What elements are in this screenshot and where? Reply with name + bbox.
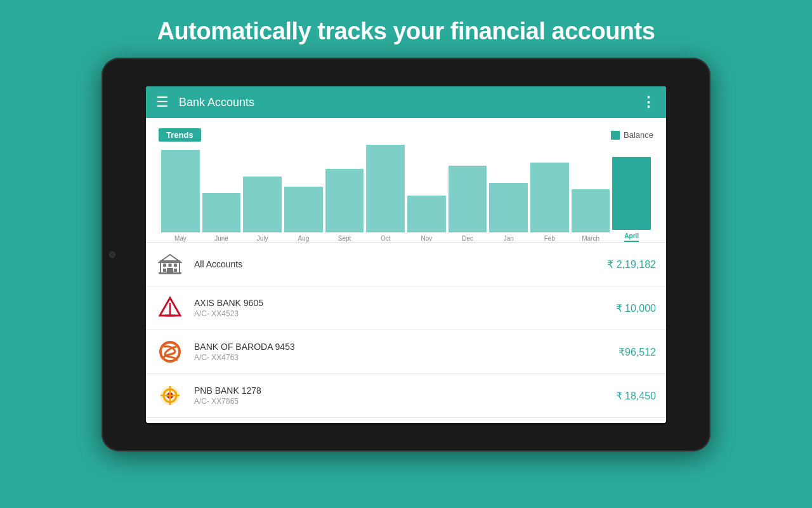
chart-bar-jan (489, 183, 528, 232)
account-balance-axis: ₹ 10,000 (616, 302, 656, 314)
chart-bar-group-nov[interactable]: Nov (407, 196, 446, 242)
account-icon-all (156, 250, 184, 278)
chart-bar-group-june[interactable]: June (202, 193, 241, 242)
chart-bar-dec (449, 166, 487, 232)
tablet-camera (109, 251, 115, 258)
balance-legend: Balance (611, 130, 653, 140)
chart-bar-feb (530, 163, 569, 232)
account-balance-all: ₹ 2,19,182 (607, 258, 656, 271)
account-balance-bob: ₹96,512 (619, 346, 656, 358)
chart-bar-july (243, 177, 282, 232)
chart-label-feb: Feb (544, 235, 555, 242)
account-row-bob[interactable]: BANK OF BARODA 9453A/C- XX4763₹96,512 (146, 330, 666, 374)
chart-bar-june (202, 193, 241, 232)
trends-section: Trends Balance MayJuneJulyAugSeptOctNovD… (146, 118, 666, 243)
chart-label-nov: Nov (421, 235, 432, 242)
chart-bar-may (161, 150, 200, 232)
chart-label-june: June (214, 235, 228, 242)
account-balance-pnb: ₹ 18,450 (616, 390, 656, 402)
building-icon (158, 252, 182, 276)
account-info-pnb: PNB BANK 1278A/C- XX7865 (194, 385, 616, 406)
pnb-icon (159, 384, 181, 407)
account-info-axis: AXIS BANK 9605A/C- XX4523 (194, 298, 616, 318)
page-headline: Automatically tracks your financial acco… (157, 18, 655, 45)
trends-badge: Trends (159, 128, 201, 142)
account-icon-pnb (156, 382, 184, 410)
accounts-list: All Accounts₹ 2,19,182 AXIS BANK 9605A/C… (146, 243, 666, 423)
chart-bar-group-oct[interactable]: Oct (366, 145, 405, 242)
account-number-bob: A/C- XX4763 (194, 353, 619, 362)
account-row-all[interactable]: All Accounts₹ 2,19,182 (146, 243, 666, 286)
account-number-axis: A/C- XX4523 (194, 309, 616, 318)
chart-bar-group-may[interactable]: May (161, 150, 200, 242)
svg-rect-5 (163, 269, 166, 272)
account-icon-bob (156, 338, 184, 366)
chart-bar-april (612, 157, 651, 230)
chart-bar-group-jan[interactable]: Jan (489, 183, 528, 242)
app-bar: ☰ Bank Accounts ⋮ (146, 86, 666, 118)
svg-rect-2 (163, 264, 166, 267)
chart-label-aug: Aug (298, 235, 309, 242)
chart-label-jan: Jan (504, 235, 514, 242)
chart-bar-oct (366, 145, 405, 232)
trends-header: Trends Balance (159, 128, 653, 142)
account-info-bob: BANK OF BARODA 9453A/C- XX4763 (194, 342, 619, 362)
svg-rect-8 (159, 272, 181, 274)
chart-container: MayJuneJulyAugSeptOctNovDecJanFebMarchAp… (159, 147, 653, 242)
legend-color-box (611, 131, 620, 140)
chart-label-dec: Dec (462, 235, 473, 242)
tablet-frame: ☰ Bank Accounts ⋮ Trends Balance MayJune… (102, 58, 710, 451)
chart-bar-group-sept[interactable]: Sept (325, 169, 364, 242)
more-menu-icon[interactable]: ⋮ (641, 94, 656, 110)
chart-bar-group-aug[interactable]: Aug (284, 187, 323, 242)
chart-label-may: May (174, 235, 187, 242)
chart-bar-group-dec[interactable]: Dec (449, 166, 487, 242)
chart-bar-nov (407, 196, 446, 232)
chart-bar-sept (325, 169, 364, 232)
axis-bank-icon (159, 297, 181, 319)
chart-bar-group-feb[interactable]: Feb (530, 163, 569, 242)
chart-bar-march (572, 189, 610, 232)
app-bar-title: Bank Accounts (179, 96, 641, 109)
chart-label-april: April (624, 232, 639, 242)
hamburger-icon[interactable]: ☰ (156, 95, 169, 109)
chart-bar-group-april[interactable]: April (612, 157, 651, 242)
tablet-screen: ☰ Bank Accounts ⋮ Trends Balance MayJune… (146, 86, 666, 423)
chart-label-sept: Sept (338, 235, 351, 242)
account-info-all: All Accounts (194, 259, 607, 269)
account-name-pnb: PNB BANK 1278 (194, 385, 616, 396)
legend-label: Balance (624, 130, 653, 140)
account-name-all: All Accounts (194, 259, 607, 269)
svg-rect-6 (174, 269, 177, 272)
chart-label-july: July (257, 235, 268, 242)
account-icon-axis (156, 294, 184, 322)
chart-label-march: March (582, 235, 599, 242)
svg-rect-3 (169, 264, 172, 267)
svg-rect-4 (174, 264, 177, 267)
account-number-pnb: A/C- XX7865 (194, 397, 616, 406)
chart-bar-group-july[interactable]: July (243, 177, 282, 242)
bob-icon (159, 340, 181, 363)
account-name-bob: BANK OF BARODA 9453 (194, 342, 619, 352)
account-name-axis: AXIS BANK 9605 (194, 298, 616, 308)
chart-bar-aug (284, 187, 323, 232)
account-row-pnb[interactable]: PNB BANK 1278A/C- XX7865₹ 18,450 (146, 374, 666, 418)
chart-label-oct: Oct (381, 235, 391, 242)
chart-bar-group-march[interactable]: March (572, 189, 610, 242)
account-row-axis[interactable]: AXIS BANK 9605A/C- XX4523₹ 10,000 (146, 286, 666, 330)
